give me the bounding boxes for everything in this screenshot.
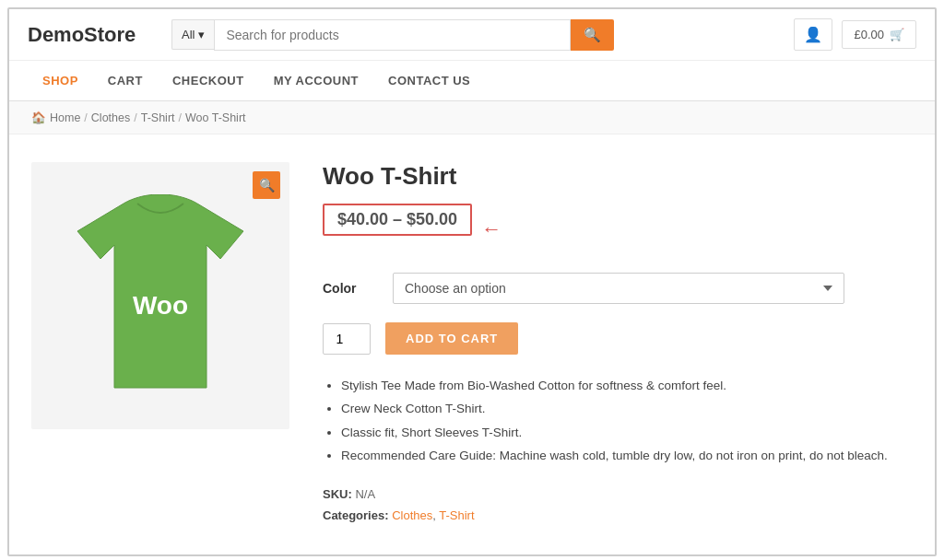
color-options-row: Color Choose an option Red Blue Green (323, 273, 913, 304)
price-box: $40.00 – $50.00 (323, 204, 472, 236)
nav-item-contact-us[interactable]: CONTACT US (373, 61, 485, 100)
search-icon: 🔍 (584, 27, 601, 42)
nav-item-my-account[interactable]: MY ACCOUNT (259, 61, 373, 100)
category-link-clothes[interactable]: Clothes (392, 508, 432, 522)
product-page: 🔍 Woo Woo T-Shirt $40.00 – $50.00 ← (9, 134, 935, 554)
cart-icon: 🛒 (890, 28, 904, 41)
nav-item-checkout[interactable]: CHECKOUT (158, 61, 259, 100)
search-area: All ▾ 🔍 (171, 19, 614, 51)
search-button[interactable]: 🔍 (571, 19, 614, 51)
search-input[interactable] (214, 19, 571, 51)
meta-info: SKU: N/A Categories: Clothes, T-Shirt (323, 484, 913, 527)
cart-amount: £0.00 (854, 28, 884, 41)
search-category-label: All (182, 28, 195, 41)
cart-row: ADD TO CART (323, 322, 913, 355)
breadcrumb-current: Woo T-Shirt (185, 111, 246, 124)
zoom-button[interactable]: 🔍 (253, 171, 280, 199)
nav-item-cart[interactable]: CART (93, 61, 158, 100)
home-icon: 🏠 (31, 111, 46, 124)
color-label: Color (323, 281, 378, 296)
categories-row: Categories: Clothes, T-Shirt (323, 505, 913, 526)
color-select[interactable]: Choose an option Red Blue Green (393, 273, 844, 304)
site-logo: DemoStore (28, 23, 157, 47)
price-row: $40.00 – $50.00 ← (323, 204, 913, 254)
list-item: Classic fit, Short Sleeves T-Shirt. (341, 424, 913, 442)
category-link-tshirt[interactable]: T-Shirt (439, 508, 474, 522)
sku-value: N/A (355, 487, 375, 501)
nav-bar: SHOP CART CHECKOUT MY ACCOUNT CONTACT US (9, 61, 935, 101)
product-image: Woo (68, 194, 253, 397)
sku-label: SKU: (323, 487, 352, 501)
categories-label: Categories: (323, 508, 389, 522)
breadcrumb-sep-3: / (179, 111, 182, 124)
list-item: Crew Neck Cotton T-Shirt. (341, 400, 913, 418)
breadcrumb-sep-2: / (134, 111, 136, 124)
product-image-container: 🔍 Woo (31, 162, 289, 429)
add-to-cart-button[interactable]: ADD TO CART (385, 322, 518, 355)
description-list: Stylish Tee Made from Bio-Washed Cotton … (323, 377, 913, 465)
list-item: Stylish Tee Made from Bio-Washed Cotton … (341, 377, 913, 395)
header: DemoStore All ▾ 🔍 👤 £0.00 🛒 (9, 9, 935, 61)
search-category-dropdown[interactable]: All ▾ (171, 19, 214, 50)
product-details: Woo T-Shirt $40.00 – $50.00 ← Color Choo… (323, 162, 913, 527)
header-right: 👤 £0.00 🛒 (794, 18, 916, 51)
price-arrow-indicator: ← (481, 217, 502, 241)
user-icon: 👤 (804, 27, 822, 42)
user-account-button[interactable]: 👤 (794, 18, 832, 51)
chevron-down-icon: ▾ (198, 28, 205, 41)
cart-button[interactable]: £0.00 🛒 (842, 20, 916, 49)
product-title: Woo T-Shirt (323, 162, 913, 191)
sku-row: SKU: N/A (323, 484, 913, 505)
breadcrumb-clothes[interactable]: Clothes (91, 111, 130, 124)
zoom-icon: 🔍 (259, 178, 275, 192)
breadcrumb: 🏠 Home / Clothes / T-Shirt / Woo T-Shirt (9, 101, 935, 134)
breadcrumb-home[interactable]: Home (50, 111, 80, 124)
breadcrumb-tshirt[interactable]: T-Shirt (141, 111, 175, 124)
quantity-input[interactable] (323, 323, 371, 355)
svg-text:Woo: Woo (133, 291, 188, 320)
list-item: Recommended Care Guide: Machine wash col… (341, 447, 913, 465)
breadcrumb-sep-1: / (84, 111, 87, 124)
nav-item-shop[interactable]: SHOP (28, 61, 93, 100)
